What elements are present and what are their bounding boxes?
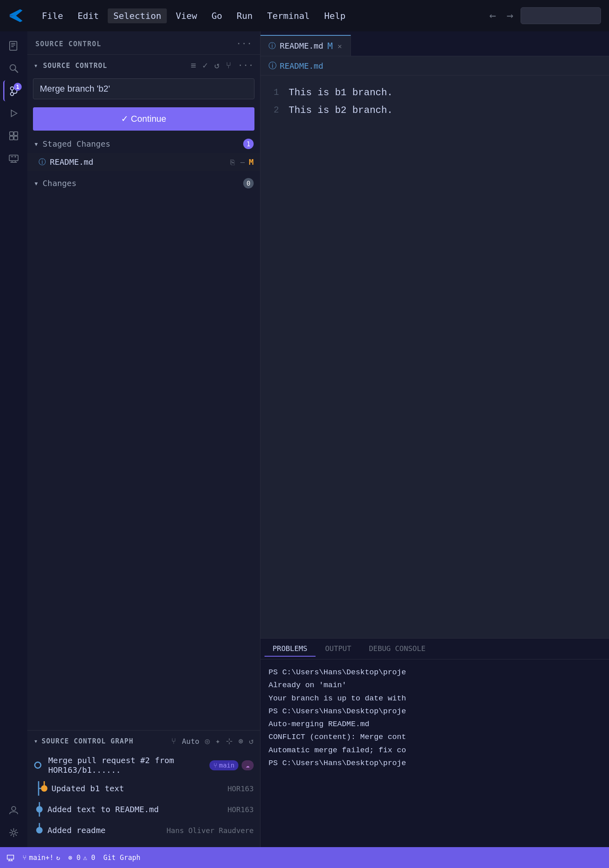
activity-explorer-icon[interactable]: [3, 35, 24, 56]
open-file-icon[interactable]: ⎘: [230, 158, 235, 166]
graph-commit-3[interactable]: Added readme Hans Oliver Raudvere: [27, 820, 260, 841]
menu-terminal[interactable]: Terminal: [261, 8, 315, 23]
line-number-2: 2: [260, 105, 289, 115]
terminal-line-7: PS C:\Users\Hans\Desktop\proje: [269, 757, 601, 770]
graph-filter2-icon[interactable]: ⊹: [226, 736, 233, 746]
graph-layout-icon[interactable]: ⊛: [238, 736, 243, 746]
svg-line-5: [15, 70, 18, 72]
global-search-input[interactable]: [521, 7, 601, 24]
staged-file-readme[interactable]: ⓘ README.md ⎘ — M: [27, 153, 260, 171]
nav-back-button[interactable]: ←: [486, 7, 499, 24]
branch-icon[interactable]: ⑂: [226, 60, 231, 70]
changes-header[interactable]: ▾ Changes 0: [27, 174, 260, 192]
menu-edit[interactable]: Edit: [72, 8, 105, 23]
staged-changes-header[interactable]: ▾ Staged Changes 1: [27, 135, 260, 153]
file-modified-status: M: [249, 157, 254, 167]
tab-problems[interactable]: PROBLEMS: [265, 641, 316, 657]
activity-account-icon[interactable]: [3, 800, 24, 821]
tag-cloud-icon: ☁: [242, 760, 254, 770]
more-options-icon[interactable]: ···: [236, 39, 252, 49]
svg-rect-13: [14, 136, 18, 140]
graph-commit-1[interactable]: Updated b1 text HOR163: [27, 778, 260, 799]
activity-remote-icon[interactable]: [3, 148, 24, 169]
graph-commit-0[interactable]: Merge pull request #2 from HOR163/b1....…: [27, 752, 260, 778]
code-line-2: 2 This is b2 branch.: [260, 101, 609, 119]
menu-bar: File Edit Selection View Go Run Terminal…: [36, 8, 351, 23]
commit-author-2: HOR163: [228, 805, 254, 814]
checkmark-icon[interactable]: ✓: [203, 60, 208, 70]
menu-help[interactable]: Help: [318, 8, 351, 23]
sc-section-icons: ≡ ✓ ↺ ⑂ ···: [191, 60, 254, 70]
menu-selection[interactable]: Selection: [108, 8, 167, 23]
svg-rect-10: [10, 132, 13, 135]
sc-graph-chevron-icon: ▾: [34, 737, 38, 745]
warnings-label: ⚠ 0: [83, 854, 95, 862]
list-icon[interactable]: ≡: [191, 60, 196, 70]
graph-branch-icon: ⑂: [171, 736, 176, 746]
menu-go[interactable]: Go: [206, 8, 228, 23]
activity-search-icon[interactable]: [3, 58, 24, 79]
tab-readme[interactable]: ⓘ README.md M ✕: [260, 35, 351, 56]
sc-section-title: ▾ SOURCE CONTROL: [34, 61, 107, 70]
svg-point-20: [12, 807, 16, 811]
terminal-line-3: PS C:\Users\Hans\Desktop\proje: [269, 705, 601, 718]
branch-symbol: ⑂: [213, 762, 217, 769]
svg-point-29: [36, 827, 43, 833]
statusbar-branch[interactable]: ⑂ main+! ↻: [23, 854, 60, 862]
activity-source-control-icon[interactable]: 1: [3, 80, 24, 101]
continue-button-label: ✓ Continue: [121, 114, 166, 124]
staged-count-badge: 1: [243, 139, 254, 149]
commit-message-input[interactable]: [33, 78, 254, 99]
changes-count-badge: 0: [243, 178, 254, 188]
git-graph-label: Git Graph: [103, 854, 140, 862]
continue-button[interactable]: ✓ Continue: [33, 107, 254, 131]
terminal-line-5: CONFLICT (content): Merge cont: [269, 731, 601, 743]
panel-area: PROBLEMS OUTPUT DEBUG CONSOLE PS C:\User…: [260, 638, 609, 847]
activity-debug-icon[interactable]: [3, 103, 24, 124]
statusbar-remote-icon[interactable]: [6, 854, 14, 862]
svg-rect-0: [10, 41, 17, 50]
tab-debug-console[interactable]: DEBUG CONSOLE: [361, 641, 434, 657]
menu-file[interactable]: File: [36, 8, 69, 23]
line-number-1: 1: [260, 88, 289, 98]
staged-chevron-down-icon: ▾: [34, 139, 39, 149]
svg-rect-11: [14, 132, 18, 135]
source-control-graph: ▾ SOURCE CONTROL GRAPH ⑂ Auto ◎ ✦ ⊹ ⊛ ↺: [27, 730, 260, 847]
menu-view[interactable]: View: [170, 8, 203, 23]
staged-file-name: README.md: [50, 157, 230, 167]
graph-refresh-icon[interactable]: ↺: [249, 736, 254, 746]
refresh-icon[interactable]: ↺: [214, 60, 219, 70]
sidebar-title: SOURCE CONTROL: [35, 40, 101, 48]
svg-point-25: [41, 785, 47, 792]
editor-area: ⓘ README.md M ✕ ⓘ README.md 1 This is b1…: [260, 31, 609, 847]
commit-message-2: Added text to README.md: [47, 805, 224, 814]
file-breadcrumb: ⓘ README.md: [260, 56, 609, 76]
more-actions-icon[interactable]: ···: [238, 60, 254, 70]
statusbar-errors[interactable]: ⊗ 0 ⚠ 0: [68, 854, 95, 862]
errors-label: ⊗ 0: [68, 854, 81, 862]
graph-filter-icon[interactable]: ✦: [215, 736, 220, 746]
tab-output[interactable]: OUTPUT: [317, 641, 359, 657]
graph-commit-2[interactable]: Added text to README.md HOR163: [27, 799, 260, 820]
chevron-down-icon: ▾: [34, 61, 43, 70]
line-content-1: This is b1 branch.: [289, 87, 393, 98]
tab-close-button[interactable]: ✕: [337, 41, 343, 51]
statusbar-git-graph[interactable]: Git Graph: [103, 854, 140, 862]
terminal-line-6: Automatic merge failed; fix co: [269, 744, 601, 757]
settings-circle-icon[interactable]: ◎: [205, 736, 210, 746]
code-editor[interactable]: 1 This is b1 branch. 2 This is b2 branch…: [260, 76, 609, 638]
breadcrumb-filename: README.md: [280, 61, 323, 71]
sc-graph-header: ▾ SOURCE CONTROL GRAPH ⑂ Auto ◎ ✦ ⊹ ⊛ ↺: [27, 731, 260, 750]
staged-changes-label: Staged Changes: [43, 139, 111, 149]
menu-run[interactable]: Run: [231, 8, 258, 23]
sc-section-header[interactable]: ▾ SOURCE CONTROL ≡ ✓ ↺ ⑂ ···: [27, 55, 260, 74]
tag-main-icon: ⑂ main: [209, 760, 239, 770]
commit-author-1: HOR163: [228, 784, 254, 793]
activity-extensions-icon[interactable]: [3, 125, 24, 146]
tag-main-label: main: [219, 762, 235, 769]
activity-settings-icon[interactable]: [3, 822, 24, 843]
discard-icon[interactable]: —: [240, 158, 245, 166]
nav-forward-button[interactable]: →: [503, 7, 517, 24]
changes-section: ▾ Changes 0: [27, 174, 260, 192]
svg-point-6: [10, 87, 14, 90]
